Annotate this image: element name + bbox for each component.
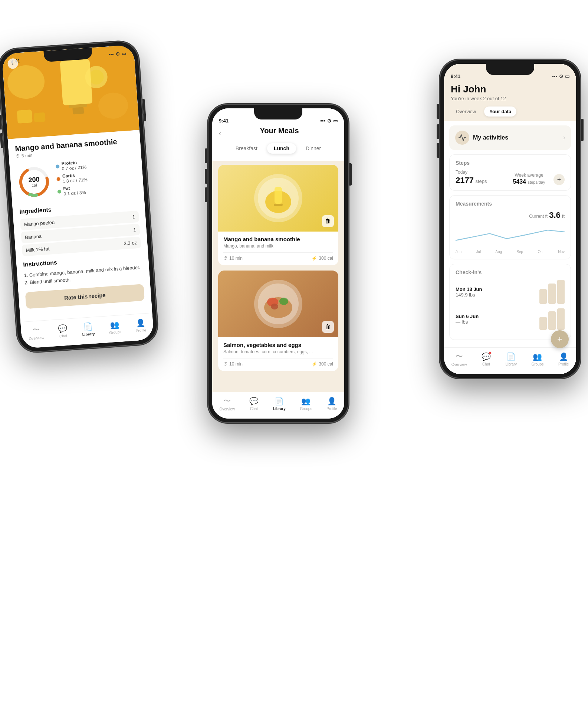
checkin-2-info: Sun 6 Jun — lbs bbox=[456, 314, 479, 325]
tab-lunch[interactable]: Lunch bbox=[267, 143, 296, 154]
profile-icon: 👤 bbox=[559, 352, 568, 361]
nav-chat-label: Chat bbox=[250, 407, 258, 411]
overview-icon: 〜 bbox=[223, 396, 231, 406]
nav-groups[interactable]: 👥 Groups bbox=[300, 397, 312, 411]
svg-rect-5 bbox=[60, 59, 92, 105]
svg-point-21 bbox=[279, 298, 288, 305]
steps-header: Steps bbox=[456, 160, 565, 166]
salmon-svg bbox=[258, 284, 299, 324]
checkin-1-weight: 149.9 lbs bbox=[456, 292, 482, 298]
battery-icon: ▭ bbox=[121, 50, 126, 56]
profile-icon: 👤 bbox=[327, 397, 336, 406]
nav-chat[interactable]: 💬 Chat bbox=[249, 397, 259, 411]
meal-smoothie-image: 🗑 bbox=[218, 165, 338, 232]
meal-card-smoothie[interactable]: 🗑 Mango and banana smoothie Mango, banan… bbox=[218, 165, 338, 265]
nutrition-details: Protein 0.7 oz / 21% Carbs 1.8 oz / 71% bbox=[55, 156, 137, 199]
phone-middle: 9:41 ▪▪▪ ⊙ ▭ ‹ Your Meals Breakfast Lunc bbox=[208, 104, 349, 423]
salmon-meta: ⏱ 10 min ⚡ 300 cal bbox=[223, 358, 333, 367]
tab-overview[interactable]: Overview bbox=[451, 107, 481, 117]
scene: 9:41 ▪▪▪ ⊙ ▭ ‹ Mango and banana smoothie bbox=[0, 0, 588, 711]
nav-chat[interactable]: 💬 Chat bbox=[482, 352, 491, 366]
nav-groups-label: Groups bbox=[532, 362, 544, 366]
nav-overview[interactable]: 〜 Overview bbox=[219, 396, 235, 411]
nav-library[interactable]: 📄 Library bbox=[273, 397, 286, 411]
nav-chat[interactable]: 💬 Chat bbox=[58, 323, 68, 338]
checkin-row-1: Mon 13 Jun 149.9 lbs bbox=[456, 280, 565, 304]
steps-week-label: Week average bbox=[505, 173, 553, 178]
overview-content: My activities › Steps Today 2177 bbox=[444, 121, 576, 347]
recipe-screen: 9:41 ▪▪▪ ⊙ ▭ ‹ Mango and banana smoothie bbox=[2, 45, 154, 349]
nav-overview[interactable]: 〜 Overview bbox=[28, 324, 44, 341]
nav-overview[interactable]: 〜 Overview bbox=[451, 351, 467, 367]
checkins-card: Check-in's Mon 13 Jun 149.9 lbs bbox=[449, 264, 571, 340]
recipe-content: Mango and banana smoothie ⏱ 5 min bbox=[8, 130, 152, 322]
salmon-delete-button[interactable]: 🗑 bbox=[322, 321, 334, 333]
tab-your-data[interactable]: Your data bbox=[484, 107, 516, 117]
tab-breakfast[interactable]: Breakfast bbox=[229, 143, 264, 154]
overview-screen: 9:41 ▪▪▪ ⊙ ▭ Hi John You're in week 2 ou… bbox=[444, 64, 576, 374]
nav-chat-label: Chat bbox=[482, 362, 490, 366]
signal-icon: ▪▪▪ bbox=[552, 73, 557, 79]
nav-groups[interactable]: 👥 Groups bbox=[532, 352, 544, 366]
bar-4 bbox=[539, 317, 547, 330]
carbs-dot bbox=[56, 177, 60, 181]
steps-week-value: 5434 bbox=[513, 178, 526, 185]
steps-row: Today 2177 steps Week average 5434 bbox=[456, 170, 565, 185]
phone-right: 9:41 ▪▪▪ ⊙ ▭ Hi John You're in week 2 ou… bbox=[440, 59, 581, 379]
measurements-chart bbox=[456, 222, 565, 248]
nav-library[interactable]: 📄 Library bbox=[81, 321, 95, 336]
meal-tabs: Breakfast Lunch Dinner bbox=[219, 143, 338, 154]
nav-chat-label: Chat bbox=[59, 333, 68, 338]
protein-dot bbox=[56, 164, 60, 168]
month-jun: Jun bbox=[456, 250, 461, 254]
salmon-time: ⏱ 10 min bbox=[223, 361, 243, 367]
smoothie-info: Mango and banana smoothie Mango, banana,… bbox=[218, 232, 338, 265]
month-sep: Sep bbox=[516, 250, 523, 254]
steps-today-label: Today bbox=[456, 170, 505, 175]
measurements-card: Measurements Current ft 3.6 ft bbox=[449, 195, 571, 259]
smoothie-meta: ⏱ 10 min ⚡ 300 cal bbox=[223, 252, 333, 261]
nav-library-label: Library bbox=[82, 331, 95, 336]
nav-groups[interactable]: 👥 Groups bbox=[108, 320, 121, 334]
middle-bottom-nav: 〜 Overview 💬 Chat 📄 Library 👥 Groups bbox=[212, 392, 344, 419]
library-icon: 📄 bbox=[83, 322, 93, 331]
calorie-ring: 200 cal bbox=[16, 164, 52, 200]
groups-icon: 👥 bbox=[110, 320, 120, 330]
right-notch bbox=[486, 64, 534, 75]
measurements-current-label: Current ft bbox=[529, 214, 548, 219]
smoothie-delete-button[interactable]: 🗑 bbox=[322, 215, 334, 227]
nav-profile[interactable]: 👤 Profile bbox=[135, 318, 146, 333]
fab-add-button[interactable]: + bbox=[551, 330, 569, 348]
smoothie-time: ⏱ 10 min bbox=[223, 256, 243, 261]
svg-rect-8 bbox=[17, 109, 32, 124]
nav-profile-label: Profile bbox=[558, 362, 569, 366]
wifi-icon: ⊙ bbox=[559, 73, 563, 79]
tab-dinner[interactable]: Dinner bbox=[299, 143, 328, 154]
measurements-unit: ft bbox=[562, 213, 565, 219]
right-status-icons: ▪▪▪ ⊙ ▭ bbox=[552, 73, 569, 79]
salmon-desc: Salmon, tomatoes, corn, cucumbers, eggs,… bbox=[223, 349, 333, 354]
meals-content: 🗑 Mango and banana smoothie Mango, banan… bbox=[212, 161, 344, 392]
battery-icon: ▭ bbox=[565, 73, 569, 79]
steps-add-button[interactable]: + bbox=[553, 174, 565, 185]
rate-recipe-button[interactable]: Rate this recipe bbox=[25, 284, 145, 309]
clock-icon: ⏱ bbox=[223, 361, 228, 367]
checkin-1-date: Mon 13 Jun bbox=[456, 286, 482, 292]
nav-profile[interactable]: 👤 Profile bbox=[558, 352, 569, 366]
fat-dot bbox=[58, 190, 62, 194]
cal-icon: ⚡ bbox=[312, 256, 317, 261]
smoothie-cal: ⚡ 300 cal bbox=[312, 256, 333, 261]
salmon-dish bbox=[254, 280, 302, 328]
nav-overview-label: Overview bbox=[219, 407, 235, 411]
chat-icon: 💬 bbox=[58, 323, 68, 333]
meals-title: Your Meals bbox=[221, 127, 338, 135]
nav-library[interactable]: 📄 Library bbox=[505, 352, 517, 366]
phone-right-screen: 9:41 ▪▪▪ ⊙ ▭ Hi John You're in week 2 ou… bbox=[444, 64, 576, 374]
nav-profile[interactable]: 👤 Profile bbox=[326, 397, 337, 411]
clock-icon: ⏱ bbox=[223, 256, 228, 261]
activities-card[interactable]: My activities › bbox=[449, 125, 571, 150]
groups-icon: 👥 bbox=[301, 397, 311, 406]
meal-card-salmon[interactable]: 🗑 Salmon, vegetables and eggs Salmon, to… bbox=[218, 271, 338, 371]
smoothie-desc: Mango, banana, and milk bbox=[223, 243, 333, 249]
calorie-number: 200 bbox=[28, 176, 40, 183]
